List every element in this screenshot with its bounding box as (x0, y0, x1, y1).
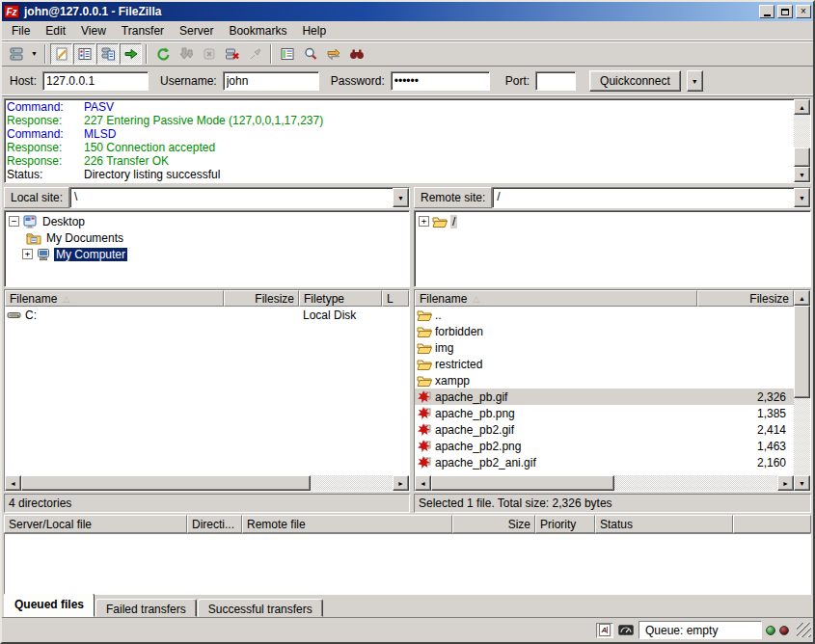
toggle-transfer-queue-button[interactable] (120, 43, 142, 65)
scrollbar-thumb[interactable] (21, 475, 311, 491)
reconnect-button[interactable] (244, 43, 266, 65)
remote-file-row[interactable]: forbidden (415, 323, 794, 339)
remote-file-row[interactable]: restricted (415, 356, 794, 372)
local-horizontal-scrollbar[interactable]: ◄ ► (5, 475, 409, 491)
menu-server[interactable]: Server (172, 22, 221, 40)
resize-grip[interactable] (797, 623, 811, 637)
tree-item-desktop[interactable]: − Desktop (5, 213, 409, 229)
remote-file-row-selected[interactable]: apache_pb.gif 2,326 (415, 389, 794, 405)
synchronized-browsing-button[interactable] (322, 43, 344, 65)
tree-item-label[interactable]: Desktop (41, 215, 87, 228)
scrollbar-track[interactable] (614, 475, 777, 491)
scroll-down-button[interactable]: ▼ (794, 167, 810, 182)
username-input[interactable] (223, 71, 319, 91)
tab-successful-transfers[interactable]: Successful transfers (198, 599, 323, 617)
menu-help[interactable]: Help (294, 22, 334, 40)
host-input[interactable] (42, 71, 149, 91)
remote-file-row[interactable]: apache_pb2.gif 2,414 (415, 421, 794, 438)
message-log-body[interactable]: Command:PASV Response:227 Entering Passi… (5, 99, 794, 182)
local-site-combobox[interactable]: \ ▼ (69, 187, 410, 208)
menu-edit[interactable]: Edit (38, 22, 73, 40)
scroll-left-button[interactable]: ◄ (5, 475, 21, 491)
column-header-remote-file[interactable]: Remote file (242, 515, 452, 533)
tree-item-label-selected[interactable]: My Computer (54, 248, 127, 261)
local-site-dropdown-button[interactable]: ▼ (393, 188, 409, 207)
port-input[interactable] (535, 71, 576, 91)
column-header-last-modified[interactable]: L (382, 290, 409, 307)
scroll-right-button[interactable]: ► (777, 475, 794, 491)
toggle-message-log-button[interactable] (50, 43, 72, 65)
minimize-button[interactable] (759, 5, 774, 18)
column-header-server-local-file[interactable]: Server/Local file (4, 515, 187, 533)
remote-vertical-scrollbar[interactable]: ▲ ▼ (794, 290, 810, 491)
remote-list-body[interactable]: .. forbidden img (415, 307, 794, 475)
scrollbar-thumb[interactable] (794, 148, 810, 167)
menu-view[interactable]: View (73, 22, 114, 40)
password-input[interactable] (391, 71, 490, 91)
remote-site-combobox[interactable]: / ▼ (492, 187, 811, 208)
local-list-body[interactable]: C: Local Disk (5, 307, 409, 475)
column-header-filesize[interactable]: Filesize (224, 290, 299, 307)
tree-item-root[interactable]: + / (415, 213, 810, 229)
menu-file[interactable]: File (4, 22, 38, 40)
column-header-filename[interactable]: Filename △ (415, 290, 697, 307)
scroll-up-button[interactable]: ▲ (794, 290, 810, 306)
site-manager-button[interactable] (5, 43, 27, 65)
process-queue-button[interactable] (175, 43, 197, 65)
scroll-down-button[interactable]: ▼ (794, 475, 810, 491)
directory-comparison-button[interactable] (299, 43, 321, 65)
scrollbar-track[interactable] (794, 115, 810, 148)
scrollbar-track[interactable] (794, 398, 810, 475)
scroll-left-button[interactable]: ◄ (415, 475, 431, 491)
transfer-queue-body[interactable] (4, 533, 811, 595)
column-header-filesize[interactable]: Filesize (697, 290, 794, 307)
log-vertical-scrollbar[interactable]: ▲ ▼ (794, 99, 810, 182)
scroll-right-button[interactable]: ► (393, 475, 409, 491)
tab-queued-files[interactable]: Queued files (4, 593, 95, 617)
remote-file-row[interactable]: apache_pb2_ani.gif 2,160 (415, 454, 794, 470)
local-site-value[interactable]: \ (70, 188, 393, 207)
toggle-local-treeview-button[interactable] (73, 43, 95, 65)
site-manager-dropdown-button[interactable]: ▼ (28, 43, 41, 65)
remote-file-row[interactable]: img (415, 339, 794, 356)
menu-transfer[interactable]: Transfer (114, 22, 172, 40)
scrollbar-thumb[interactable] (794, 306, 810, 398)
find-files-button[interactable] (345, 43, 367, 65)
remote-directory-tree[interactable]: + / (414, 210, 811, 287)
cancel-operation-button[interactable] (198, 43, 220, 65)
remote-site-dropdown-button[interactable]: ▼ (794, 188, 810, 207)
local-directory-tree[interactable]: − Desktop My Documents + My Computer (4, 210, 410, 287)
column-header-priority[interactable]: Priority (535, 515, 595, 533)
tree-item-label[interactable]: My Documents (44, 231, 125, 245)
scroll-up-button[interactable]: ▲ (794, 99, 810, 115)
tree-item-my-computer[interactable]: + My Computer (5, 246, 409, 262)
tree-item-my-documents[interactable]: My Documents (5, 229, 409, 246)
expand-icon[interactable]: + (22, 249, 33, 259)
column-header-size[interactable]: Size (452, 515, 535, 533)
title-bar[interactable]: Fz john@127.0.0.1 - FileZilla × (2, 2, 813, 21)
menu-bookmarks[interactable]: Bookmarks (221, 22, 294, 40)
remote-file-row[interactable]: xampp (415, 372, 794, 389)
remote-site-value[interactable]: / (493, 188, 794, 207)
local-file-row[interactable]: C: Local Disk (5, 307, 409, 323)
remote-file-row[interactable]: apache_pb.png 1,385 (415, 405, 794, 421)
directory-listing-filters-button[interactable] (276, 43, 298, 65)
column-header-filename[interactable]: Filename △ (5, 290, 224, 307)
quickconnect-dropdown-button[interactable]: ▼ (687, 70, 703, 92)
maximize-button[interactable] (777, 5, 793, 18)
quickconnect-button[interactable]: Quickconnect (589, 70, 681, 92)
collapse-icon[interactable]: − (9, 216, 19, 227)
column-header-direction[interactable]: Directi... (187, 515, 242, 533)
remote-file-row[interactable]: apache_pb2.png 1,463 (415, 438, 794, 454)
column-header-filetype[interactable]: Filetype (299, 290, 382, 307)
close-button[interactable]: × (796, 5, 811, 18)
data-type-indicator[interactable]: A (596, 623, 613, 638)
toggle-remote-treeview-button[interactable] (96, 43, 119, 65)
refresh-button[interactable] (151, 43, 174, 65)
expand-icon[interactable]: + (419, 216, 429, 227)
disconnect-button[interactable] (221, 43, 243, 65)
tree-item-label[interactable]: / (450, 215, 457, 228)
column-header-status[interactable]: Status (595, 515, 733, 533)
remote-file-row[interactable]: .. (415, 307, 794, 323)
speed-limit-indicator[interactable] (617, 623, 635, 638)
